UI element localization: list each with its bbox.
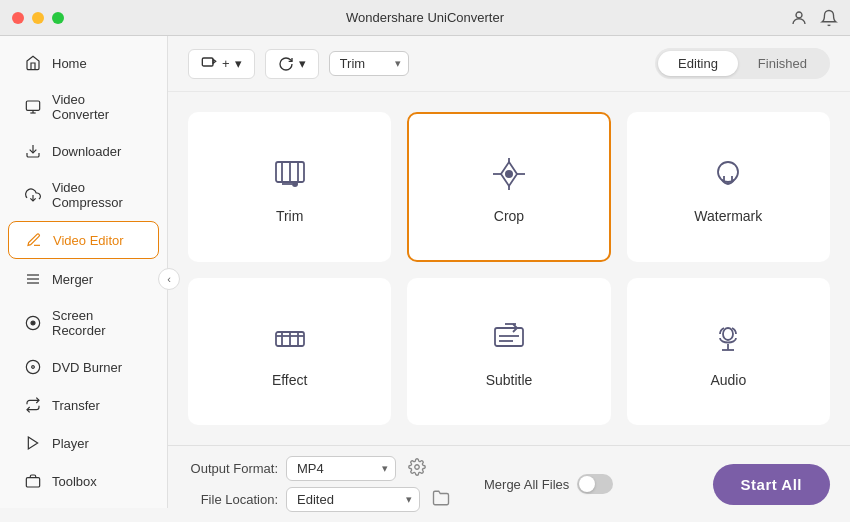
sidebar-item-toolbox[interactable]: Toolbox [8,463,159,499]
trim-select[interactable]: Trim [329,51,409,76]
sidebar-item-video-converter[interactable]: Video Converter [8,83,159,131]
editor-card-watermark[interactable]: Watermark [627,112,830,262]
sidebar-item-home[interactable]: Home [8,45,159,81]
editor-card-audio[interactable]: Audio [627,278,830,426]
svg-point-11 [26,360,39,373]
svg-rect-36 [495,328,523,346]
file-location-row: File Location: Edited Same as source Bro… [188,487,454,512]
editor-card-effect[interactable]: Effect [188,278,391,426]
minimize-button[interactable] [32,12,44,24]
editor-card-subtitle[interactable]: Subtitle [407,278,610,426]
svg-point-10 [31,321,35,325]
editor-grid: Trim Crop [168,92,850,445]
file-location-select[interactable]: Edited Same as source Browse... [286,487,420,512]
sidebar-label-downloader: Downloader [52,144,121,159]
video-converter-icon [24,98,42,116]
sidebar-item-downloader[interactable]: Downloader [8,133,159,169]
trim-select-wrap[interactable]: Trim [329,51,409,76]
add-media-button[interactable]: + ▾ [188,49,255,79]
svg-point-20 [292,181,298,187]
maximize-button[interactable] [52,12,64,24]
close-button[interactable] [12,12,24,24]
editor-card-trim[interactable]: Trim [188,112,391,262]
sidebar-label-home: Home [52,56,87,71]
add-icon [201,56,217,72]
video-editor-icon [25,231,43,249]
rotate-chevron: ▾ [299,56,306,71]
video-compressor-icon [24,186,42,204]
content-area: + ▾ ▾ Trim Editing Finished [168,36,850,522]
sidebar-item-video-editor[interactable]: Video Editor [8,221,159,259]
output-settings-icon[interactable] [404,458,430,480]
view-tab-group: Editing Finished [655,48,830,79]
tab-finished[interactable]: Finished [738,51,827,76]
sidebar-label-video-converter: Video Converter [52,92,143,122]
svg-rect-1 [26,101,39,110]
merger-icon [24,270,42,288]
merge-label: Merge All Files [484,477,569,492]
sidebar-item-transfer[interactable]: Transfer [8,387,159,423]
dvd-burner-icon [24,358,42,376]
svg-rect-15 [202,58,213,66]
output-format-select-wrap[interactable]: MP4 MOV AVI MKV [286,456,396,481]
sidebar-label-merger: Merger [52,272,93,287]
svg-point-28 [718,162,738,182]
screen-recorder-icon [24,314,42,332]
bottom-bar: Output Format: MP4 MOV AVI MKV [168,445,850,522]
rotate-icon [278,56,294,72]
sidebar-item-screen-recorder[interactable]: Screen Recorder [8,299,159,347]
start-all-button[interactable]: Start All [713,464,830,505]
sidebar-item-dvd-burner[interactable]: DVD Burner [8,349,159,385]
add-chevron: ▾ [235,56,242,71]
svg-point-43 [415,464,420,469]
home-icon [24,54,42,72]
transfer-icon [24,396,42,414]
rotate-button[interactable]: ▾ [265,49,319,79]
app-title: Wondershare UniConverter [346,10,504,25]
tab-editing[interactable]: Editing [658,51,738,76]
effect-icon [266,314,314,362]
audio-label: Audio [710,372,746,388]
sidebar-item-merger[interactable]: Merger [8,261,159,297]
file-location-label: File Location: [188,492,278,507]
sidebar-wrapper: Home Video Converter Downloader [0,36,168,522]
svg-point-23 [505,170,513,178]
sidebar-item-video-compressor[interactable]: Video Compressor [8,171,159,219]
sidebar-label-video-compressor: Video Compressor [52,180,143,210]
watermark-icon [704,150,752,198]
crop-icon [485,150,533,198]
trim-label: Trim [276,208,303,224]
subtitle-icon [485,314,533,362]
watermark-label: Watermark [694,208,762,224]
sidebar-label-screen-recorder: Screen Recorder [52,308,143,338]
output-format-row: Output Format: MP4 MOV AVI MKV [188,456,454,481]
output-format-select[interactable]: MP4 MOV AVI MKV [286,456,396,481]
svg-point-0 [796,12,802,18]
titlebar-action-area [790,9,838,27]
sidebar-collapse-button[interactable]: ‹ [158,268,180,290]
user-icon[interactable] [790,9,808,27]
player-icon [24,434,42,452]
svg-point-12 [32,366,35,369]
notification-icon[interactable] [820,9,838,27]
subtitle-label: Subtitle [486,372,533,388]
svg-rect-14 [26,478,39,487]
file-location-select-wrap[interactable]: Edited Same as source Browse... [286,487,420,512]
trim-icon [266,150,314,198]
window-controls [12,12,64,24]
effect-label: Effect [272,372,308,388]
editor-card-crop[interactable]: Crop [407,112,610,262]
crop-label: Crop [494,208,524,224]
svg-point-40 [723,328,733,340]
sidebar-item-player[interactable]: Player [8,425,159,461]
sidebar-label-video-editor: Video Editor [53,233,124,248]
merge-toggle[interactable] [577,474,613,494]
sidebar-label-toolbox: Toolbox [52,474,97,489]
toolbar: + ▾ ▾ Trim Editing Finished [168,36,850,92]
svg-marker-13 [28,437,37,449]
sidebar-label-player: Player [52,436,89,451]
main-layout: Home Video Converter Downloader [0,36,850,522]
downloader-icon [24,142,42,160]
folder-open-button[interactable] [428,489,454,511]
titlebar: Wondershare UniConverter [0,0,850,36]
